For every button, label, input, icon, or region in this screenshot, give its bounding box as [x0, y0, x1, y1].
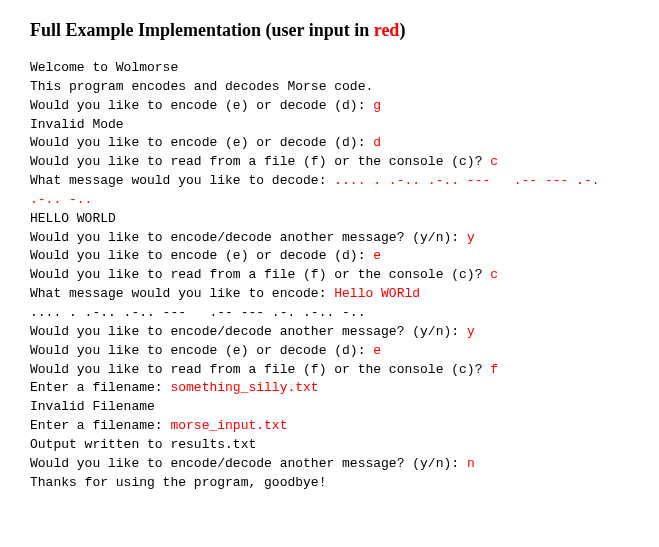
terminal-line: .... . .-.. .-.. --- .-- --- .-. .-.. -.… — [30, 304, 629, 323]
terminal-line: Would you like to read from a file (f) o… — [30, 153, 629, 172]
prompt-text: Would you like to read from a file (f) o… — [30, 154, 490, 169]
terminal-line: Thanks for using the program, goodbye! — [30, 474, 629, 493]
terminal-line: Would you like to encode (e) or decode (… — [30, 97, 629, 116]
user-input: something_silly.txt — [170, 380, 318, 395]
user-input: y — [467, 324, 475, 339]
user-input: e — [373, 248, 381, 263]
terminal-line: Would you like to encode (e) or decode (… — [30, 342, 629, 361]
terminal-line: HELLO WORLD — [30, 210, 629, 229]
prompt-text: Would you like to read from a file (f) o… — [30, 267, 490, 282]
heading-prefix: Full Example Implementation (user input … — [30, 20, 374, 40]
terminal-line: Enter a filename: something_silly.txt — [30, 379, 629, 398]
prompt-text: Would you like to encode/decode another … — [30, 456, 467, 471]
user-input: d — [373, 135, 381, 150]
terminal-line: What message would you like to decode: .… — [30, 172, 629, 210]
prompt-text: Would you like to encode (e) or decode (… — [30, 248, 373, 263]
prompt-text: Output written to results.txt — [30, 437, 256, 452]
terminal-line: Invalid Filename — [30, 398, 629, 417]
prompt-text: This program encodes and decodes Morse c… — [30, 79, 373, 94]
prompt-text: Invalid Mode — [30, 117, 124, 132]
prompt-text: Would you like to encode (e) or decode (… — [30, 98, 373, 113]
terminal-line: Invalid Mode — [30, 116, 629, 135]
user-input: morse_input.txt — [170, 418, 287, 433]
terminal-line: Would you like to encode/decode another … — [30, 323, 629, 342]
terminal-line: Would you like to encode (e) or decode (… — [30, 134, 629, 153]
terminal-line: Would you like to read from a file (f) o… — [30, 361, 629, 380]
heading-suffix: ) — [399, 20, 405, 40]
terminal-output: Welcome to WolmorseThis program encodes … — [30, 59, 629, 492]
prompt-text: What message would you like to encode: — [30, 286, 334, 301]
terminal-line: This program encodes and decodes Morse c… — [30, 78, 629, 97]
user-input: e — [373, 343, 381, 358]
prompt-text: .... . .-.. .-.. --- .-- --- .-. .-.. -.… — [30, 305, 365, 320]
terminal-line: Welcome to Wolmorse — [30, 59, 629, 78]
prompt-text: HELLO WORLD — [30, 211, 116, 226]
terminal-line: Enter a filename: morse_input.txt — [30, 417, 629, 436]
user-input: c — [490, 267, 498, 282]
user-input: g — [373, 98, 381, 113]
prompt-text: Enter a filename: — [30, 418, 170, 433]
terminal-line: Would you like to encode/decode another … — [30, 229, 629, 248]
terminal-line: Output written to results.txt — [30, 436, 629, 455]
prompt-text: Welcome to Wolmorse — [30, 60, 178, 75]
user-input: f — [490, 362, 498, 377]
prompt-text: Thanks for using the program, goodbye! — [30, 475, 326, 490]
heading-red: red — [374, 20, 400, 40]
user-input: Hello WORld — [334, 286, 420, 301]
prompt-text: Would you like to encode/decode another … — [30, 230, 467, 245]
user-input: y — [467, 230, 475, 245]
example-heading: Full Example Implementation (user input … — [30, 20, 629, 41]
user-input: c — [490, 154, 498, 169]
user-input: n — [467, 456, 475, 471]
terminal-line: Would you like to encode/decode another … — [30, 455, 629, 474]
terminal-line: What message would you like to encode: H… — [30, 285, 629, 304]
prompt-text: Would you like to encode/decode another … — [30, 324, 467, 339]
prompt-text: Would you like to encode (e) or decode (… — [30, 135, 373, 150]
prompt-text: What message would you like to decode: — [30, 173, 334, 188]
prompt-text: Enter a filename: — [30, 380, 170, 395]
prompt-text: Invalid Filename — [30, 399, 155, 414]
prompt-text: Would you like to read from a file (f) o… — [30, 362, 490, 377]
prompt-text: Would you like to encode (e) or decode (… — [30, 343, 373, 358]
terminal-line: Would you like to encode (e) or decode (… — [30, 247, 629, 266]
terminal-line: Would you like to read from a file (f) o… — [30, 266, 629, 285]
